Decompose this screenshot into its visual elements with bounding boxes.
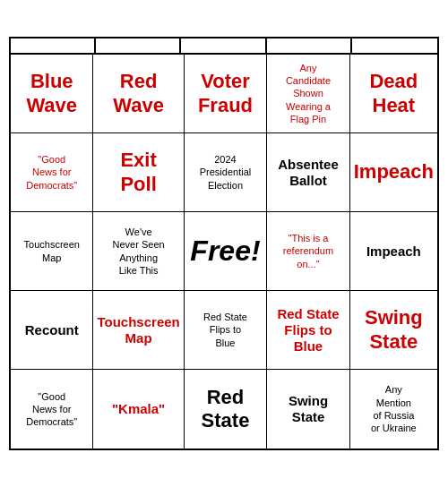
cell-21: "Kmala" bbox=[93, 370, 184, 449]
cell-text-9: Impeach bbox=[354, 160, 434, 184]
letter-n bbox=[181, 38, 266, 53]
cell-text-13: "This is areferendumon..." bbox=[283, 232, 333, 270]
cell-text-11: We'veNever SeenAnythingLike This bbox=[113, 226, 165, 277]
letter-g bbox=[267, 38, 352, 53]
cell-22: RedState bbox=[185, 370, 268, 449]
letter-o bbox=[352, 38, 437, 53]
cell-14: Impeach bbox=[350, 212, 437, 291]
cell-text-10: TouchscreenMap bbox=[24, 238, 80, 264]
cell-text-17: Red StateFlips toBlue bbox=[203, 311, 247, 349]
cell-24: AnyMentionof Russiaor Ukraine bbox=[350, 370, 437, 449]
cell-text-15: Recount bbox=[25, 322, 79, 338]
cell-16: TouchscreenMap bbox=[93, 291, 184, 370]
bingo-grid: BlueWaveRedWaveVoterFraudAnyCandidateSho… bbox=[11, 55, 437, 449]
cell-text-6: ExitPoll bbox=[120, 149, 156, 196]
letter-i bbox=[96, 38, 181, 53]
cell-2: VoterFraud bbox=[185, 55, 268, 133]
cell-7: 2024PresidentialElection bbox=[185, 133, 268, 212]
cell-10: TouchscreenMap bbox=[11, 212, 93, 291]
cell-text-16: TouchscreenMap bbox=[97, 314, 179, 346]
cell-1: RedWave bbox=[93, 55, 184, 133]
cell-12: Free! bbox=[185, 212, 268, 291]
cell-text-23: SwingState bbox=[289, 393, 328, 425]
cell-text-8: AbsenteeBallot bbox=[278, 157, 339, 189]
cell-18: Red StateFlips toBlue bbox=[267, 291, 349, 370]
cell-text-14: Impeach bbox=[366, 244, 421, 260]
cell-text-21: "Kmala" bbox=[112, 401, 165, 417]
cell-text-1: RedWave bbox=[113, 70, 164, 117]
cell-11: We'veNever SeenAnythingLike This bbox=[93, 212, 184, 291]
cell-9: Impeach bbox=[350, 133, 437, 212]
cell-text-2: VoterFraud bbox=[198, 70, 253, 117]
cell-text-22: RedState bbox=[202, 386, 250, 433]
cell-text-3: AnyCandidateShownWearing aFlag Pin bbox=[286, 62, 331, 125]
cell-6: ExitPoll bbox=[93, 133, 184, 212]
cell-text-4: DeadHeat bbox=[369, 70, 418, 117]
cell-19: SwingState bbox=[350, 291, 437, 370]
cell-0: BlueWave bbox=[11, 55, 93, 133]
cell-17: Red StateFlips toBlue bbox=[185, 291, 268, 370]
cell-5: "GoodNews forDemocrats" bbox=[11, 133, 93, 212]
bingo-header bbox=[11, 38, 437, 55]
cell-3: AnyCandidateShownWearing aFlag Pin bbox=[267, 55, 349, 133]
cell-text-7: 2024PresidentialElection bbox=[200, 153, 251, 192]
cell-text-19: SwingState bbox=[365, 306, 423, 354]
bingo-card: BlueWaveRedWaveVoterFraudAnyCandidateSho… bbox=[9, 37, 439, 450]
cell-4: DeadHeat bbox=[350, 55, 437, 133]
cell-13: "This is areferendumon..." bbox=[267, 212, 349, 291]
free-text: Free! bbox=[190, 235, 260, 268]
cell-text-0: BlueWave bbox=[26, 70, 77, 117]
cell-23: SwingState bbox=[267, 370, 349, 449]
cell-15: Recount bbox=[11, 291, 93, 370]
cell-text-24: AnyMentionof Russiaor Ukraine bbox=[371, 383, 417, 434]
cell-text-18: Red StateFlips toBlue bbox=[277, 306, 339, 355]
letter-b bbox=[11, 38, 96, 53]
cell-8: AbsenteeBallot bbox=[267, 133, 349, 212]
cell-text-5: "GoodNews forDemocrats" bbox=[26, 153, 77, 192]
cell-20: "GoodNews forDemocrats" bbox=[11, 370, 93, 449]
cell-text-20: "GoodNews forDemocrats" bbox=[26, 390, 77, 429]
